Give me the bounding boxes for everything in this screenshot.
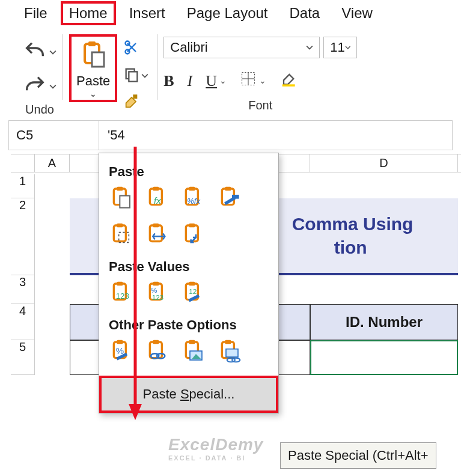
format-painter-button[interactable] (123, 93, 148, 112)
svg-rect-25 (117, 224, 123, 228)
undo-icon (23, 39, 47, 65)
bold-button[interactable]: B (163, 72, 174, 90)
borders-icon (240, 70, 257, 91)
svg-rect-39 (189, 282, 195, 286)
ribbon: Undo Paste ⌄ (0, 30, 461, 117)
svg-rect-1 (88, 41, 96, 46)
paste-split-button[interactable]: Paste ⌄ (69, 34, 117, 102)
svg-rect-35 (153, 282, 159, 286)
svg-rect-54 (226, 349, 238, 357)
tab-data[interactable]: Data (290, 5, 320, 22)
row-header-1[interactable]: 1 (11, 174, 35, 198)
svg-rect-49 (189, 340, 195, 344)
watermark-main: ExcelDemy (168, 435, 263, 454)
name-box[interactable]: C5 (9, 121, 99, 150)
paste-picture-option[interactable] (181, 339, 205, 365)
chevron-down-icon: ⌄ (90, 89, 97, 99)
row-header-3[interactable]: 3 (11, 275, 35, 304)
group-label-font: Font (248, 99, 272, 112)
font-size-value: 11 (330, 40, 344, 55)
svg-rect-13 (117, 187, 123, 191)
underline-button[interactable]: U ⌄ (206, 72, 227, 90)
tab-page-layout[interactable]: Page Layout (187, 5, 268, 22)
chevron-down-icon: ⌄ (259, 76, 266, 86)
tab-insert[interactable]: Insert (129, 5, 165, 22)
svg-rect-30 (189, 224, 195, 228)
italic-button[interactable]: I (188, 72, 193, 90)
row-header-4[interactable]: 4 (11, 304, 35, 340)
watermark-sub: EXCEL · DATA · BI (168, 454, 263, 462)
paste-formatting-option[interactable]: % (109, 339, 133, 365)
paste-option-formulas[interactable]: fx (145, 186, 169, 212)
cut-button[interactable] (123, 39, 148, 58)
tab-view[interactable]: View (341, 5, 373, 22)
paste-option-all[interactable] (109, 186, 133, 212)
underline-label: U (206, 72, 217, 90)
svg-text:12: 12 (189, 287, 197, 295)
paste-values-option[interactable]: 123 (109, 281, 133, 307)
svg-rect-24 (114, 225, 126, 242)
paste-option-formulas-number-format[interactable]: %fx (181, 186, 205, 212)
svg-rect-2 (92, 52, 104, 67)
chevron-down-icon (345, 44, 351, 51)
paste-special-tooltip: Paste Special (Ctrl+Alt+ (280, 442, 436, 469)
svg-text:%fx: %fx (187, 197, 201, 206)
paste-special-menuitem[interactable]: Paste Special... (99, 376, 278, 413)
svg-rect-28 (153, 224, 159, 228)
font-size-select[interactable]: 11 (323, 37, 357, 58)
formula-bar[interactable]: '54 (99, 121, 452, 150)
fill-color-button[interactable] (279, 70, 296, 91)
row-header-2[interactable]: 2 (11, 198, 35, 275)
font-name-value: Calibri (170, 40, 207, 55)
paste-label: Paste (76, 73, 110, 89)
chevron-down-icon (141, 72, 148, 79)
group-undo: Undo (17, 31, 63, 117)
paste-linked-picture-option[interactable] (217, 339, 241, 365)
other-paste-section-title: Other Paste Options (109, 317, 269, 333)
borders-button[interactable]: ⌄ (240, 70, 266, 91)
font-name-select[interactable]: Calibri (163, 37, 320, 58)
paste-option-no-borders[interactable] (109, 222, 133, 248)
paste-link-option[interactable] (145, 339, 169, 365)
row-header-5[interactable]: 5 (11, 340, 35, 375)
paste-option-keep-source-formatting[interactable] (217, 186, 241, 212)
svg-rect-16 (153, 187, 159, 191)
group-font: Calibri 11 B I U ⌄ (157, 31, 357, 117)
undo-button[interactable] (23, 39, 56, 65)
paste-option-transpose[interactable] (181, 222, 205, 248)
cell-D4[interactable]: ID. Number (310, 304, 458, 340)
redo-button[interactable] (23, 73, 56, 99)
paste-option-keep-column-widths[interactable] (145, 222, 169, 248)
group-label-undo: Undo (25, 103, 54, 117)
col-header-D[interactable]: D (310, 154, 458, 172)
paste-values-source-formatting[interactable]: 12 (181, 281, 205, 307)
svg-rect-14 (120, 196, 130, 208)
svg-text:fx: fx (154, 195, 161, 206)
svg-rect-11 (282, 84, 295, 87)
svg-rect-22 (225, 187, 231, 191)
title-part2: Comma Using (292, 214, 414, 234)
svg-rect-23 (232, 195, 239, 199)
tab-home[interactable]: Home (61, 1, 116, 25)
copy-icon (123, 66, 140, 85)
select-all-corner[interactable] (11, 154, 35, 172)
svg-text:123: 123 (116, 291, 129, 301)
redo-icon (23, 73, 47, 99)
cell-D5-selected[interactable] (310, 340, 458, 375)
svg-text:123: 123 (152, 293, 163, 301)
paste-icon (79, 40, 108, 71)
copy-button[interactable] (123, 66, 148, 85)
svg-rect-45 (153, 340, 159, 344)
paste-values-number-format[interactable]: %123 (145, 281, 169, 307)
col-header-A[interactable]: A (35, 154, 70, 172)
group-clipboard: Paste ⌄ (63, 31, 157, 117)
tab-file[interactable]: File (24, 5, 47, 22)
chevron-down-icon (306, 44, 313, 51)
chevron-down-icon (49, 83, 56, 90)
svg-text:%: % (116, 346, 124, 356)
row-headers: 1 2 3 4 5 (11, 174, 35, 375)
chevron-down-icon (49, 49, 56, 56)
ribbon-tabbar: File Home Insert Page Layout Data View (0, 0, 461, 26)
fill-color-icon (279, 70, 296, 91)
paste-dropdown-panel: Paste fx %fx Paste Values 123 %123 12 Ot… (99, 153, 279, 413)
